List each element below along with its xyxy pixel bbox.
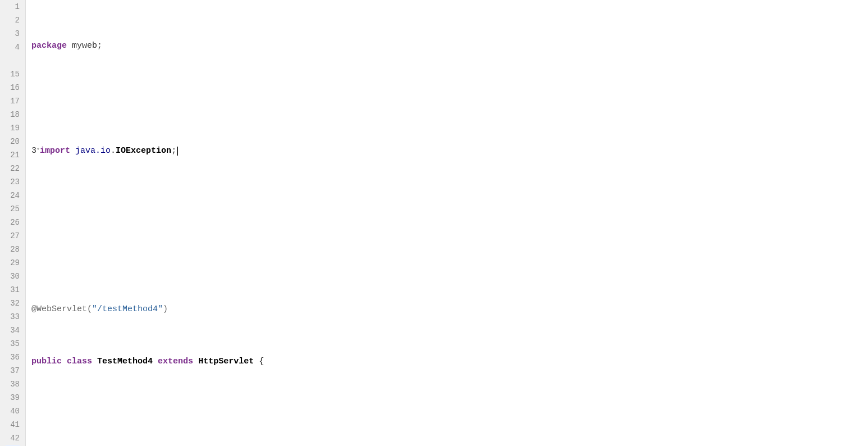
line-num-blank — [6, 54, 20, 67]
line-num-28: 28 — [6, 243, 20, 256]
line-num-39: 39 — [6, 391, 20, 404]
line-num-30: 30 — [6, 270, 20, 283]
line-num-17: 17 — [6, 94, 20, 108]
line-num-37: 37 — [6, 364, 20, 377]
code-line-15: @WebServlet("/testMethod4") — [31, 303, 868, 316]
line-num-25: 25 — [6, 202, 20, 216]
line-num-41: 41 — [6, 418, 20, 431]
code-line-1: package myweb; — [31, 39, 868, 53]
code-line-2 — [31, 92, 868, 106]
line-num-16: 16 — [6, 81, 20, 94]
text-cursor — [177, 147, 178, 156]
line-num-31: 31 — [6, 283, 20, 297]
line-num-26: 26 — [6, 216, 20, 229]
code-line-3: 3*import java.io.IOException; — [31, 144, 868, 158]
code-line-17 — [31, 408, 868, 421]
code-line-4 — [31, 197, 868, 211]
line-num-22: 22 — [6, 162, 20, 175]
line-num-23: 23 — [6, 175, 20, 189]
line-num-36: 36 — [6, 351, 20, 364]
line-num-20: 20 — [6, 135, 20, 148]
line-num-18: 18 — [6, 108, 20, 121]
line-numbers: 1 2 3 4 15 16 17 18 19 20 21 22 23 24 25… — [0, 0, 26, 446]
code-area[interactable]: package myweb; 3*import java.io.IOExcept… — [26, 0, 868, 446]
line-num-15: 15 — [6, 67, 20, 81]
code-line-blank — [31, 250, 868, 263]
line-num-42: 42 — [6, 431, 20, 445]
line-num-4: 4 — [6, 40, 20, 54]
code-line-16: public class TestMethod4 extends HttpSer… — [31, 355, 868, 368]
line-num-27: 27 — [6, 229, 20, 243]
keyword-package: package — [31, 39, 67, 53]
line-num-3: 3 — [6, 27, 20, 40]
line-num-21: 21 — [6, 148, 20, 162]
line-num-35: 35 — [6, 337, 20, 351]
line-num-40: 40 — [6, 404, 20, 418]
line-num-24: 24 — [6, 189, 20, 202]
line-num-38: 38 — [6, 377, 20, 391]
code-editor: 1 2 3 4 15 16 17 18 19 20 21 22 23 24 25… — [0, 0, 868, 446]
line-num-34: 34 — [6, 324, 20, 337]
line-num-2: 2 — [6, 13, 20, 27]
line-num-29: 29 — [6, 256, 20, 270]
line-num-1: 1 — [6, 0, 20, 13]
line-num-19: 19 — [6, 121, 20, 135]
line-num-32: 32 — [6, 297, 20, 310]
line-num-33: 33 — [6, 310, 20, 324]
